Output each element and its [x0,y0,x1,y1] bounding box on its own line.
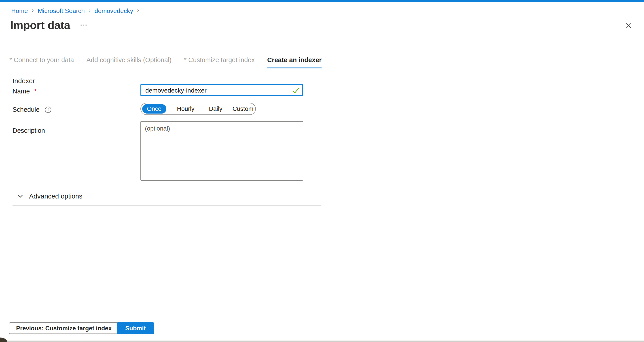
footer-divider [0,314,644,314]
description-textarea[interactable] [140,121,303,180]
name-field [140,84,303,96]
breadcrumb-microsoft-search[interactable]: Microsoft.Search [38,7,85,15]
page-title: Import data [10,19,70,32]
tab-add-cognitive-skills[interactable]: Add cognitive skills (Optional) [86,56,172,68]
schedule-field-label: Schedule [12,106,52,113]
name-field-label: Name* [12,88,37,95]
schedule-option-hourly[interactable]: Hourly [173,106,198,112]
validation-check-icon [292,87,299,95]
schedule-option-once[interactable]: Once [142,104,166,114]
divider [12,187,321,187]
advanced-options-label: Advanced options [29,192,82,200]
advanced-options-toggle[interactable]: Advanced options [17,192,82,200]
bottom-edge-shadow [0,340,644,342]
previous-step-button[interactable]: Previous: Customize target index [9,322,119,334]
schedule-segmented-control: Once Hourly Daily Custom [140,103,256,115]
more-options-icon[interactable] [79,21,88,29]
breadcrumb-separator-icon: › [89,7,90,14]
top-accent-bar [0,0,644,2]
close-icon[interactable] [624,21,633,30]
wizard-tabs: * Connect to your data Add cognitive ski… [10,56,322,68]
description-field-label: Description [12,127,45,134]
required-asterisk: * [34,88,37,95]
tab-connect-to-your-data[interactable]: * Connect to your data [10,56,74,68]
schedule-option-custom[interactable]: Custom [230,106,255,112]
tab-create-an-indexer[interactable]: Create an indexer [267,56,322,68]
divider [12,205,321,206]
breadcrumb-home[interactable]: Home [11,7,28,15]
schedule-option-daily[interactable]: Daily [206,106,226,112]
chevron-down-icon [17,193,23,199]
info-icon[interactable] [45,106,52,113]
submit-button[interactable]: Submit [117,322,154,334]
tab-customize-target-index[interactable]: * Customize target index [184,56,255,68]
bottom-left-corner-artifact [0,338,7,342]
breadcrumb: Home › Microsoft.Search › demovedecky › [11,7,139,15]
import-data-page: Home › Microsoft.Search › demovedecky › … [0,0,644,342]
indexer-section-title: Indexer [12,77,35,84]
breadcrumb-demovedecky[interactable]: demovedecky [94,7,133,15]
breadcrumb-separator-icon: › [137,7,139,14]
breadcrumb-separator-icon: › [32,7,34,14]
name-input[interactable] [140,84,303,96]
